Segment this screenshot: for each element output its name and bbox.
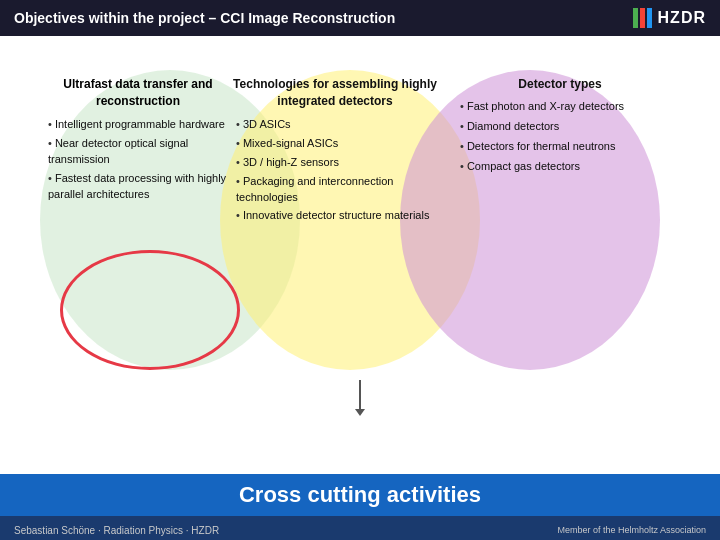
- venn-diagram: Ultrafast data transfer and reconstructi…: [10, 50, 710, 410]
- logo-stripe-3: [647, 8, 652, 28]
- list-item: Detectors for thermal neutrons: [450, 139, 670, 155]
- panel-right-title: Detector types: [450, 76, 670, 93]
- footer: Sebastian Schöne · Radiation Physics · H…: [0, 516, 720, 540]
- footer-left-text: Sebastian Schöne · Radiation Physics · H…: [14, 525, 219, 536]
- panel-right-list: Fast photon and X-ray detectors Diamond …: [450, 99, 670, 175]
- panel-center-title: Technologies for assembling highly integ…: [220, 76, 450, 111]
- bottom-banner: Cross cutting activities: [0, 474, 720, 516]
- panel-left: Ultrafast data transfer and reconstructi…: [38, 76, 238, 205]
- panel-right: Detector types Fast photon and X-ray det…: [450, 76, 670, 179]
- logo-text: HZDR: [658, 9, 706, 27]
- list-item: 3D ASICs: [226, 117, 450, 133]
- hzdr-logo: HZDR: [633, 8, 706, 28]
- list-item: Fastest data processing with highly para…: [38, 171, 238, 203]
- panel-center-list: 3D ASICs Mixed-signal ASICs 3D / high-Z …: [220, 117, 450, 225]
- header: Objectives within the project – CCI Imag…: [0, 0, 720, 36]
- list-item: Mixed-signal ASICs: [226, 136, 450, 152]
- page-title: Objectives within the project – CCI Imag…: [14, 10, 395, 26]
- list-item: Diamond detectors: [450, 119, 670, 135]
- panel-left-title: Ultrafast data transfer and reconstructi…: [38, 76, 238, 111]
- list-item: Innovative detector structure materials: [226, 208, 450, 224]
- list-item: 3D / high-Z sensors: [226, 155, 450, 171]
- list-item: Intelligent programmable hardware: [38, 117, 238, 133]
- logo-stripe-2: [640, 8, 645, 28]
- list-item: Near detector optical signal transmissio…: [38, 136, 238, 168]
- main-content: Ultrafast data transfer and reconstructi…: [0, 36, 720, 474]
- connector-arrow: [359, 380, 361, 410]
- logo-stripe-1: [633, 8, 638, 28]
- footer-right-text: Member of the Helmholtz Association: [557, 525, 706, 535]
- list-item: Packaging and interconnection technologi…: [226, 174, 450, 206]
- panel-left-list: Intelligent programmable hardware Near d…: [38, 117, 238, 203]
- bottom-banner-label: Cross cutting activities: [239, 482, 481, 508]
- list-item: Fast photon and X-ray detectors: [450, 99, 670, 115]
- panel-center: Technologies for assembling highly integ…: [220, 76, 450, 227]
- list-item: Compact gas detectors: [450, 159, 670, 175]
